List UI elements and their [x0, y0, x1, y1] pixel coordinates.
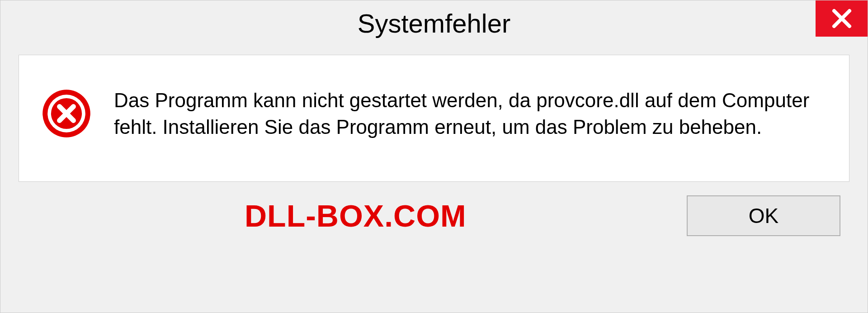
close-icon	[830, 7, 853, 30]
dialog-title: Systemfehler	[358, 8, 510, 38]
error-message: Das Programm kann nicht gestartet werden…	[114, 87, 826, 141]
footer: DLL-BOX.COM OK	[0, 182, 868, 236]
close-button[interactable]	[816, 0, 868, 37]
ok-button[interactable]: OK	[687, 195, 840, 236]
error-dialog: Systemfehler Das Programm kann nicht ges…	[0, 0, 868, 313]
error-icon	[42, 89, 91, 138]
content-panel: Das Programm kann nicht gestartet werden…	[19, 55, 849, 182]
titlebar: Systemfehler	[0, 0, 868, 46]
watermark-text: DLL-BOX.COM	[245, 198, 467, 233]
